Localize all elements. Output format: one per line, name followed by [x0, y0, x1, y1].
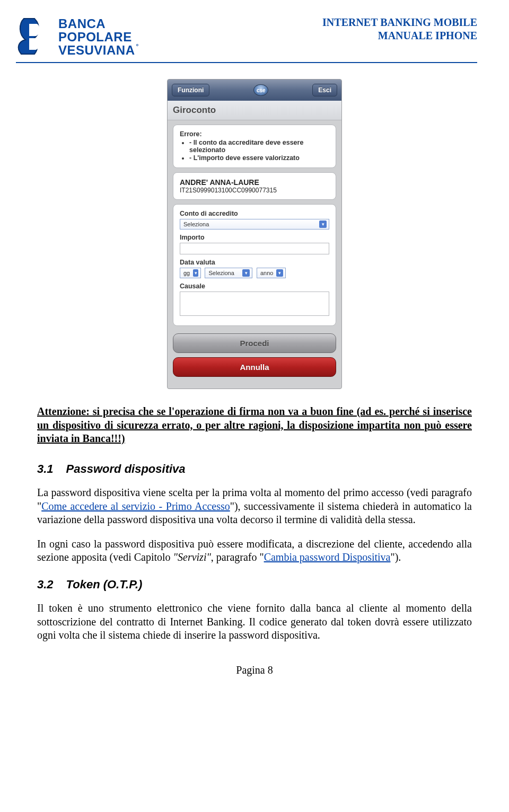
error-title: Errore: — [180, 130, 329, 138]
nav-exit-button[interactable]: Esci — [312, 84, 337, 96]
bank-logo-icon — [16, 16, 53, 58]
header-rule — [16, 62, 477, 63]
paragraph: In ogni caso la password dispositiva può… — [37, 537, 472, 564]
credit-account-label: Conto di accredito — [180, 210, 329, 217]
account-holder-name: ANDRE' ANNA-LAURE — [180, 178, 329, 187]
month-select[interactable]: Seleziona ▾ — [205, 268, 252, 278]
logo-line-2: POPOLARE — [58, 30, 139, 43]
italic-text: "Servizi" — [173, 551, 211, 563]
document-body: Attenzione: si precisa che se l'operazio… — [0, 405, 509, 677]
paragraph: Il token è uno strumento elettronico che… — [37, 602, 472, 642]
cancel-button[interactable]: Annulla — [173, 357, 336, 377]
heading-number: 3.1 — [37, 462, 54, 475]
heading-3-2: 3.2Token (O.T.P.) — [37, 577, 472, 592]
credit-account-select[interactable]: Seleziona ▾ — [180, 219, 329, 230]
form-card: Conto di accredito Seleziona ▾ Importo D… — [173, 204, 336, 326]
day-select[interactable]: gg ▾ — [180, 268, 201, 278]
page-number: Pagina 8 — [37, 664, 472, 677]
logo-line-1: BANCA — [58, 17, 139, 30]
nav-functions-button[interactable]: Funzioni — [172, 84, 209, 96]
select-value: gg — [183, 270, 190, 276]
error-list: - Il conto da accreditare deve essere se… — [180, 139, 329, 162]
amount-label: Importo — [180, 234, 329, 241]
cse-logo-icon: cse — [253, 84, 268, 96]
heading-3-1: 3.1Password dispositiva — [37, 462, 472, 476]
reason-label: Causale — [180, 283, 329, 290]
embedded-screenshot: Funzioni cse Esci Giroconto Errore: - Il… — [0, 79, 509, 389]
heading-text: Password dispositiva — [66, 462, 186, 475]
account-card: ANDRE' ANNA-LAURE IT21S0999013100CC09900… — [173, 172, 336, 200]
doc-title: INTERNET BANKING MOBILE MANUALE IPHONE — [322, 16, 477, 42]
proceed-button[interactable]: Procedi — [173, 333, 336, 353]
reason-textarea[interactable] — [180, 292, 329, 316]
logo-line-3: VESUVIANA° — [58, 43, 139, 57]
bank-name: BANCA POPOLARE VESUVIANA° — [58, 17, 139, 57]
logo-block: BANCA POPOLARE VESUVIANA° — [16, 16, 139, 58]
chevron-down-icon: ▾ — [276, 269, 283, 277]
chevron-down-icon: ▾ — [193, 269, 198, 277]
section-title: Giroconto — [168, 101, 341, 120]
link-primo-accesso[interactable]: Come accedere al servizio - Primo Access… — [41, 500, 230, 512]
link-cambia-password[interactable]: Cambia password Dispositiva — [264, 551, 391, 563]
select-value: Seleziona — [183, 221, 209, 227]
page-header: BANCA POPOLARE VESUVIANA° INTERNET BANKI… — [0, 0, 509, 58]
heading-number: 3.2 — [37, 578, 54, 591]
select-value: anno — [260, 270, 273, 276]
chevron-down-icon: ▾ — [242, 269, 250, 277]
error-item: - L'importo deve essere valorizzato — [189, 154, 329, 162]
value-date-label: Data valuta — [180, 259, 329, 266]
amount-input[interactable] — [180, 243, 329, 254]
doc-title-line-2: MANUALE IPHONE — [322, 29, 477, 42]
select-value: Seleziona — [208, 270, 234, 276]
app-navbar: Funzioni cse Esci — [168, 80, 341, 101]
button-bar: Procedi Annulla — [168, 330, 341, 389]
error-item: - Il conto da accreditare deve essere se… — [189, 139, 329, 154]
phone-frame: Funzioni cse Esci Giroconto Errore: - Il… — [167, 79, 342, 389]
error-card: Errore: - Il conto da accreditare deve e… — [173, 125, 336, 168]
year-select[interactable]: anno ▾ — [257, 268, 286, 278]
chevron-down-icon: ▾ — [319, 220, 327, 228]
account-iban: IT21S0999013100CC0990077315 — [180, 187, 329, 194]
heading-text: Token (O.T.P.) — [66, 578, 143, 591]
attention-notice: Attenzione: si precisa che se l'operazio… — [37, 405, 472, 446]
doc-title-line-1: INTERNET BANKING MOBILE — [322, 16, 477, 29]
paragraph: La password dispositiva viene scelta per… — [37, 486, 472, 527]
